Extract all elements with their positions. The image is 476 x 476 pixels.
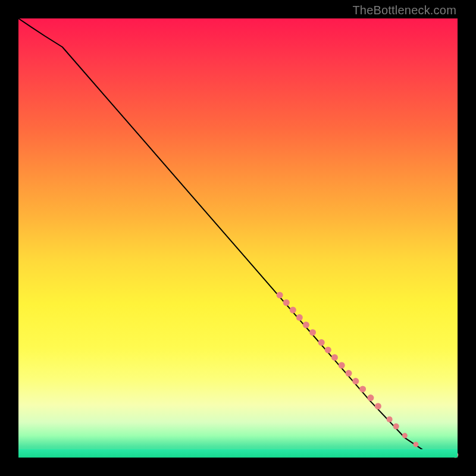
data-point bbox=[277, 292, 283, 298]
data-point bbox=[375, 403, 381, 409]
chart-stage: TheBottleneck.com bbox=[0, 0, 476, 476]
chart-svg bbox=[18, 18, 458, 458]
data-point bbox=[325, 347, 331, 353]
data-point bbox=[352, 378, 359, 384]
data-point bbox=[303, 322, 309, 328]
data-point bbox=[402, 433, 408, 439]
data-point bbox=[290, 307, 296, 314]
plot-area bbox=[18, 18, 458, 458]
data-point bbox=[309, 329, 316, 336]
data-point bbox=[283, 299, 290, 306]
data-point bbox=[367, 394, 374, 401]
data-point bbox=[318, 339, 325, 346]
data-point bbox=[413, 441, 418, 447]
data-point bbox=[444, 452, 450, 458]
data-points bbox=[277, 292, 459, 458]
curve-line bbox=[18, 18, 458, 455]
data-point bbox=[452, 452, 458, 458]
data-point bbox=[393, 424, 399, 430]
data-point bbox=[331, 354, 338, 361]
data-point bbox=[296, 314, 303, 321]
data-point bbox=[339, 362, 345, 369]
attribution-label: TheBottleneck.com bbox=[352, 4, 456, 17]
data-point bbox=[387, 416, 393, 422]
data-point bbox=[346, 370, 352, 377]
data-point bbox=[359, 386, 366, 392]
